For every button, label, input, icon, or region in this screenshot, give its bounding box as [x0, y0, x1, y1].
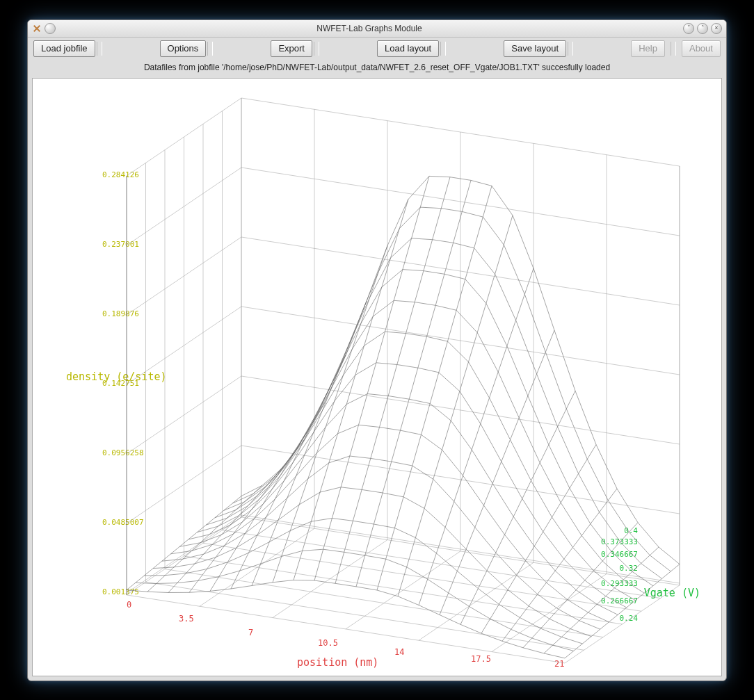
window-title: NWFET-Lab Graphs Module: [56, 24, 683, 33]
plot-3d-surface[interactable]: density (e/site) position (nm) Vgate (V)…: [32, 78, 722, 676]
svg-line-36: [419, 562, 534, 640]
help-button[interactable]: Help: [631, 40, 665, 57]
toolbar: Load jobfile Options Export Load layout …: [28, 38, 726, 60]
export-button[interactable]: Export: [271, 40, 312, 57]
minimize-button[interactable]: ˅: [683, 23, 694, 34]
maximize-button[interactable]: ˄: [697, 23, 708, 34]
save-layout-button[interactable]: Save layout: [504, 40, 566, 57]
close-button[interactable]: ×: [711, 23, 722, 34]
wireframe-mesh: [33, 79, 721, 676]
app-menu-icon[interactable]: [32, 24, 42, 33]
load-layout-button[interactable]: Load layout: [377, 40, 439, 57]
status-message: Datafiles from jobfile '/home/jose/PhD/N…: [28, 60, 726, 75]
shade-button[interactable]: [45, 23, 56, 34]
titlebar: NWFET-Lab Graphs Module ˅ ˄ ×: [28, 20, 726, 38]
options-button[interactable]: Options: [160, 40, 207, 57]
app-window: NWFET-Lab Graphs Module ˅ ˄ × Load jobfi…: [27, 19, 727, 681]
load-jobfile-button[interactable]: Load jobfile: [33, 40, 95, 57]
about-button[interactable]: About: [682, 40, 721, 57]
svg-line-40: [565, 585, 680, 662]
